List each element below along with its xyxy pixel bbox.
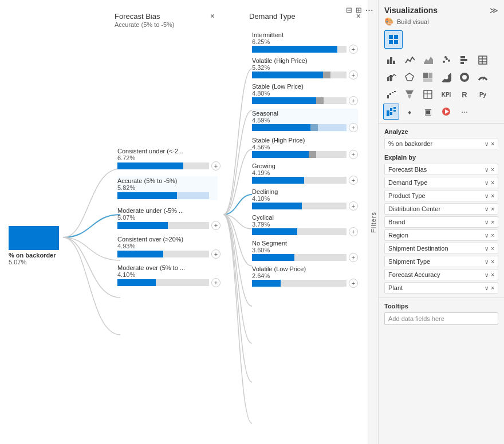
forecast-bias-box: Forecast Bias × Accurate (5% to -5%) — [115, 11, 215, 30]
dt-node-stable-low: Stable (Low Price) 4.80% + — [252, 83, 358, 104]
analyze-chevron[interactable]: ∨ — [485, 141, 489, 147]
viz-icon-kpi[interactable]: KPI — [438, 86, 454, 102]
viz-icon-area[interactable] — [420, 52, 436, 68]
svg-rect-5 — [390, 57, 392, 64]
demand-type-box: Demand Type × — [249, 11, 361, 23]
filters-tab[interactable]: Filters — [368, 0, 378, 444]
viz-icon-bar[interactable] — [383, 52, 399, 68]
filter-icon[interactable]: ⊟ — [346, 6, 352, 14]
viz-icon-more2[interactable]: ··· — [456, 104, 472, 120]
dt-node-stable-high: Stable (High Price) 4.56% + — [252, 137, 358, 158]
filters-tab-label: Filters — [370, 212, 377, 233]
viz-icon-play[interactable] — [438, 104, 454, 120]
svg-point-10 — [448, 60, 450, 62]
viz-icon-combo[interactable] — [383, 69, 399, 85]
svg-rect-28 — [387, 95, 389, 98]
more-icon[interactable]: ··· — [365, 6, 373, 14]
explain-field-product-type[interactable]: Product Type ∨ × — [384, 190, 498, 201]
fb-chevron[interactable]: ∨ — [485, 166, 489, 173]
svg-marker-21 — [405, 73, 414, 81]
forecast-bias-close[interactable]: × — [210, 11, 215, 21]
analyze-field-label: % on backorder — [388, 140, 432, 147]
explain-by-label: Explain by — [384, 154, 498, 161]
dt-node-volatile-high: Volatile (High Price) 5.32% + — [252, 57, 358, 78]
svg-rect-13 — [460, 59, 467, 61]
explain-field-distribution-center[interactable]: Distribution Center ∨ × — [384, 203, 498, 215]
svg-point-8 — [443, 61, 445, 63]
svg-marker-7 — [424, 57, 433, 64]
explain-field-region[interactable]: Region ∨ × — [384, 229, 498, 241]
explain-field-shipment-destination[interactable]: Shipment Destination ∨ × — [384, 243, 498, 254]
viz-icon-map[interactable] — [401, 69, 418, 85]
viz-icon-bar2[interactable] — [456, 52, 472, 68]
viz-icon-r[interactable]: R — [456, 86, 472, 102]
panel-expand-btn[interactable]: ≫ — [490, 6, 498, 15]
viz-icon-donut[interactable] — [456, 69, 472, 85]
analyze-remove[interactable]: × — [491, 141, 494, 147]
explain-field-plant[interactable]: Plant ∨ × — [384, 282, 498, 294]
viz-icon-qa[interactable]: ⬧ — [401, 104, 418, 120]
explain-field-shipment-type[interactable]: Shipment Type ∨ × — [384, 256, 498, 267]
svg-marker-32 — [405, 90, 414, 94]
viz-icon-treemap[interactable] — [420, 69, 436, 85]
svg-rect-22 — [423, 73, 428, 78]
tooltips-drop-zone[interactable]: Add data fields here — [384, 312, 498, 325]
svg-rect-12 — [460, 56, 465, 58]
svg-rect-14 — [460, 62, 464, 64]
explain-field-demand-type[interactable]: Demand Type ∨ × — [384, 177, 498, 188]
viz-icon-line[interactable] — [401, 52, 418, 68]
demand-type-nodes: Intermittent 6.25% + Volatile (High Pric… — [252, 31, 358, 291]
dt-node-growing: Growing 4.19% + — [252, 162, 358, 184]
paint-icon: 🎨 — [384, 17, 393, 26]
analyze-field-pill[interactable]: % on backorder ∨ × — [384, 138, 498, 149]
viz-icon-funnel[interactable] — [401, 86, 418, 102]
svg-point-11 — [444, 56, 447, 58]
fb-node-consistent-over: Consistent over (>20%) 4.93% + — [117, 236, 218, 257]
svg-rect-37 — [387, 110, 389, 116]
viz-icon-smart[interactable]: ▣ — [420, 104, 436, 120]
svg-rect-39 — [390, 112, 392, 115]
viz-icon-gauge[interactable] — [475, 69, 491, 85]
explain-field-brand[interactable]: Brand ∨ × — [384, 216, 498, 228]
root-node: % on backorder 5.07% — [9, 226, 69, 265]
analyze-label: Analyze — [384, 128, 498, 135]
visualizations-panel: Visualizations ≫ 🎨 Build visual — [378, 0, 504, 444]
dt-node-no-segment: No Segment 3.60% + — [252, 240, 358, 261]
root-value: 5.07% — [9, 259, 69, 265]
svg-rect-2 — [389, 40, 393, 44]
analyze-section: Analyze % on backorder ∨ × — [379, 124, 504, 152]
expand-icon[interactable]: ⊞ — [356, 6, 362, 14]
panel-header: Visualizations ≫ — [379, 0, 504, 17]
svg-rect-4 — [387, 60, 389, 64]
svg-rect-41 — [393, 110, 396, 112]
svg-rect-0 — [389, 35, 393, 39]
tooltips-section: Tooltips Add data fields here — [379, 298, 504, 330]
dt-node-seasonal: Seasonal 4.59% + — [252, 109, 358, 132]
explain-by-section: Explain by Forecast Bias ∨ × Demand Type… — [379, 152, 504, 298]
dt-node-declining: Declining 4.10% + — [252, 188, 358, 209]
viz-icon-scatter[interactable] — [438, 52, 454, 68]
fb-node-consistent-under: Consistent under (<-2... 6.72% + — [117, 148, 218, 169]
svg-rect-29 — [389, 93, 391, 95]
active-viz-icon[interactable] — [384, 30, 403, 49]
viz-icon-table[interactable] — [475, 52, 491, 68]
viz-icon-decomp[interactable] — [383, 104, 399, 120]
fb-node-moderate-over: Moderate over (5% to ... 4.10% + — [117, 264, 218, 286]
svg-rect-20 — [390, 75, 392, 81]
svg-rect-23 — [429, 73, 432, 78]
svg-rect-1 — [394, 35, 398, 39]
viz-icon-pie[interactable] — [438, 69, 454, 85]
demand-type-title: Demand Type — [249, 12, 296, 21]
viz-icon-waterfall[interactable] — [383, 86, 399, 102]
explain-field-forecast-bias[interactable]: Forecast Bias ∨ × — [384, 164, 498, 175]
viz-icon-py[interactable]: Py — [475, 86, 491, 102]
fb-remove[interactable]: × — [491, 166, 494, 173]
svg-rect-34 — [424, 90, 432, 98]
explain-field-forecast-accuracy[interactable]: Forecast Accuracy ∨ × — [384, 269, 498, 280]
tooltips-label: Tooltips — [384, 303, 498, 310]
viz-icon-matrix[interactable] — [420, 86, 436, 102]
svg-rect-15 — [479, 56, 487, 64]
fb-node-moderate-under: Moderate under (-5% ... 5.07% + — [117, 207, 218, 229]
svg-rect-38 — [390, 108, 392, 111]
forecast-bias-title: Forecast Bias — [115, 12, 160, 21]
